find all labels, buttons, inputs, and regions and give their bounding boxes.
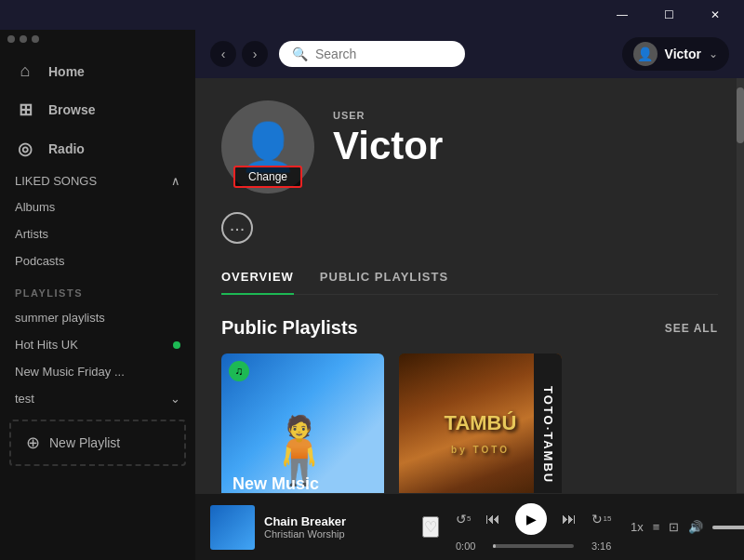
previous-button[interactable]: ⏮ <box>485 511 500 527</box>
card-new-music-friday[interactable]: ♫ 🧍 New Music FRIDAY <box>221 353 384 493</box>
rewind-button[interactable]: ↺5 <box>456 512 471 527</box>
card-image-2: TAMBÚby TOTO TOTO·TAMBU <box>399 353 562 493</box>
track-name: Chain Breaker <box>264 514 413 528</box>
dot3 <box>32 35 39 43</box>
player-controls: ↺5 ⏮ ▶ ⏭ ↻15 0:00 3:16 <box>456 503 611 552</box>
volume-button[interactable]: 🔊 <box>688 520 703 534</box>
more-options-button[interactable]: ··· <box>221 212 253 244</box>
home-icon: ⌂ <box>15 61 35 81</box>
user-chevron-icon: ⌄ <box>709 47 718 60</box>
user-type-label: USER <box>333 110 443 121</box>
time-current: 0:00 <box>456 540 485 552</box>
nav-arrows: ‹ › <box>210 41 268 67</box>
scrollbar-thumb[interactable] <box>737 87 744 143</box>
nav-browse-label: Browse <box>48 102 96 117</box>
username-label: Victor <box>665 47 701 61</box>
app-container: ⌂ Home ⊞ Browse ◎ Radio LIKED SONGS ∧ Al… <box>0 30 744 560</box>
nav-home[interactable]: ⌂ Home <box>0 52 195 90</box>
tabs: OVERVIEW PUBLIC PLAYLISTS <box>221 260 718 295</box>
progress-bar-wrap: 0:00 3:16 <box>456 540 611 552</box>
playlist-new-music-friday-label: New Music Friday ... <box>15 365 125 379</box>
close-button[interactable]: ✕ <box>694 0 737 30</box>
nav-radio-label: Radio <box>48 141 85 156</box>
queue-button[interactable]: ≡ <box>653 520 660 534</box>
search-input[interactable] <box>315 47 445 61</box>
player: Chain Breaker Christian Worship ♡ ↺5 ⏮ ▶… <box>195 493 744 560</box>
maximize-button[interactable]: ☐ <box>647 0 690 30</box>
card-side-text: TOTO·TAMBU <box>534 353 562 493</box>
player-right-controls: 1x ≡ ⊡ 🔊 ⤢ <box>620 520 744 534</box>
forward-button[interactable]: › <box>242 41 268 67</box>
sidebar-dots <box>0 30 195 52</box>
content-area: 👤 Change USER Victor ··· OVERVIEW PUBLIC… <box>195 78 744 493</box>
fast-forward-button[interactable]: ↻15 <box>591 512 611 527</box>
public-playlists-header: Public Playlists SEE ALL <box>221 317 718 339</box>
playlist-cards: ♫ 🧍 New Music FRIDAY <box>221 353 718 493</box>
profile-info: USER Victor <box>333 100 443 167</box>
next-button[interactable]: ⏭ <box>562 511 577 527</box>
playlist-new-music-friday[interactable]: New Music Friday ... <box>0 358 195 385</box>
playlist-test-label: test <box>15 392 34 406</box>
window-controls: — ☐ ✕ <box>601 0 737 30</box>
card-title-1: New Music <box>232 475 373 493</box>
new-playlist-button[interactable]: ⊕ New Playlist <box>9 420 186 466</box>
card-image-1: ♫ 🧍 New Music FRIDAY <box>221 353 384 493</box>
playlist-hot-hits-label: Hot Hits UK <box>15 338 78 352</box>
change-photo-button[interactable]: Change <box>233 166 302 188</box>
player-track-info: Chain Breaker Christian Worship <box>264 514 413 540</box>
track-artist[interactable]: Christian Worship <box>264 528 413 540</box>
devices-button[interactable]: ⊡ <box>669 520 679 534</box>
liked-songs-label: LIKED SONGS <box>15 174 97 188</box>
sidebar-item-artists[interactable]: Artists <box>0 220 195 247</box>
heart-button[interactable]: ♡ <box>422 516 439 538</box>
nav-browse[interactable]: ⊞ Browse <box>0 90 195 129</box>
card-tambu[interactable]: TAMBÚby TOTO TOTO·TAMBU <box>399 353 562 493</box>
minimize-button[interactable]: — <box>601 0 644 30</box>
profile-name: Victor <box>333 125 443 167</box>
liked-songs-header[interactable]: LIKED SONGS ∧ <box>0 168 195 193</box>
search-icon: 🔍 <box>292 47 308 61</box>
scrollbar-track[interactable] <box>737 78 744 493</box>
new-playlist-label: New Playlist <box>49 435 120 450</box>
playlist-hot-hits[interactable]: Hot Hits UK <box>0 331 195 358</box>
tab-overview[interactable]: OVERVIEW <box>221 260 294 295</box>
sidebar-item-podcasts[interactable]: Podcasts <box>0 247 195 274</box>
time-total: 3:16 <box>581 540 611 552</box>
green-dot-icon <box>173 341 180 349</box>
right-area: ‹ › 🔍 👤 Victor ⌄ 👤 <box>195 30 744 560</box>
playlists-section-label: PLAYLISTS <box>0 274 195 304</box>
progress-track[interactable] <box>493 544 574 548</box>
album-title-tambu: TAMBÚby TOTO <box>445 412 517 457</box>
collapse-icon: ∧ <box>171 174 180 188</box>
avatar: 👤 <box>633 42 658 66</box>
tab-public-playlists[interactable]: PUBLIC PLAYLISTS <box>320 260 448 295</box>
search-box[interactable]: 🔍 <box>279 41 465 67</box>
profile-avatar-wrap: 👤 Change <box>221 100 314 193</box>
spotify-logo-icon: ♫ <box>229 361 249 381</box>
volume-fill <box>712 526 744 529</box>
nav-radio[interactable]: ◎ Radio <box>0 129 195 168</box>
speed-button[interactable]: 1x <box>631 520 644 534</box>
vertical-text-toto: TOTO·TAMBU <box>541 386 555 484</box>
player-thumbnail <box>210 505 255 550</box>
back-button[interactable]: ‹ <box>210 41 236 67</box>
plus-icon: ⊕ <box>26 433 40 453</box>
public-playlists-title: Public Playlists <box>221 317 358 339</box>
sidebar-item-albums[interactable]: Albums <box>0 193 195 220</box>
playlist-test[interactable]: test ⌄ <box>0 385 195 412</box>
control-buttons: ↺5 ⏮ ▶ ⏭ ↻15 <box>456 503 611 535</box>
volume-track[interactable] <box>712 526 744 529</box>
dot2 <box>20 35 27 43</box>
sidebar: ⌂ Home ⊞ Browse ◎ Radio LIKED SONGS ∧ Al… <box>0 30 195 560</box>
see-all-button[interactable]: SEE ALL <box>665 322 718 335</box>
chevron-down-icon: ⌄ <box>170 392 180 406</box>
user-area[interactable]: 👤 Victor ⌄ <box>622 37 729 71</box>
topbar: ‹ › 🔍 👤 Victor ⌄ <box>195 30 744 78</box>
play-pause-button[interactable]: ▶ <box>515 503 547 535</box>
browse-icon: ⊞ <box>15 100 35 120</box>
card-overlay-1: New Music FRIDAY <box>221 464 384 493</box>
titlebar: — ☐ ✕ <box>0 0 744 30</box>
playlist-summer[interactable]: summer playlists <box>0 304 195 331</box>
progress-fill <box>493 544 496 548</box>
profile-section: 👤 Change USER Victor <box>221 100 718 193</box>
